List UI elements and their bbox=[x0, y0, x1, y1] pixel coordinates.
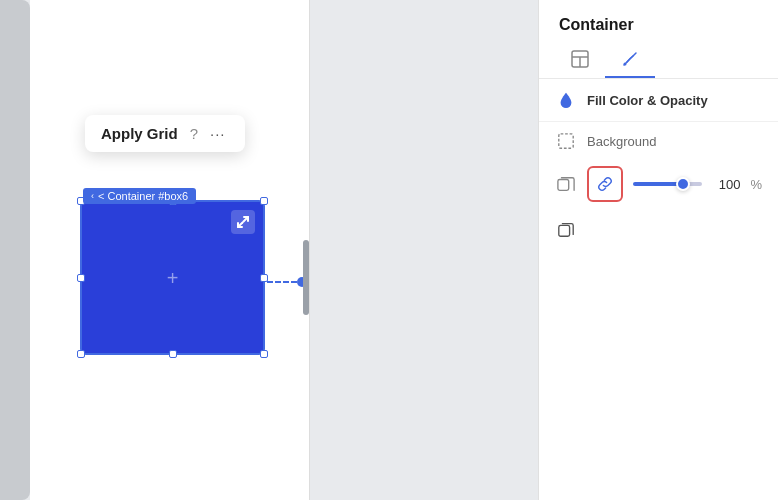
panel-title: Container bbox=[539, 0, 778, 42]
handle-bottom-middle[interactable] bbox=[169, 350, 177, 358]
svg-rect-7 bbox=[558, 180, 569, 191]
color-slider-row: 100 % bbox=[539, 160, 778, 208]
expand-icon bbox=[237, 216, 249, 228]
page-canvas: Apply Grid ? ··· ‹ < Container #box6 + bbox=[30, 0, 310, 500]
background-icon bbox=[555, 130, 577, 152]
copy-icon[interactable] bbox=[555, 218, 577, 240]
more-options-icon[interactable]: ··· bbox=[210, 125, 226, 142]
fill-color-section-row: Fill Color & Opacity bbox=[539, 79, 778, 122]
layers-icon bbox=[557, 175, 575, 193]
chevron-left-icon: ‹ bbox=[91, 191, 94, 201]
fill-color-icon bbox=[555, 89, 577, 111]
link-icon bbox=[597, 176, 613, 192]
container-tag-text: < Container #box6 bbox=[98, 190, 188, 202]
apply-grid-label: Apply Grid bbox=[101, 125, 178, 142]
handle-middle-left[interactable] bbox=[77, 274, 85, 282]
svg-point-5 bbox=[624, 63, 627, 66]
style-tab-icon bbox=[621, 50, 639, 68]
tab-style[interactable] bbox=[605, 42, 655, 78]
color-swatch[interactable] bbox=[587, 166, 623, 202]
expand-button[interactable] bbox=[231, 210, 255, 234]
background-row: Background bbox=[539, 122, 778, 160]
duplicate-icon bbox=[557, 220, 575, 238]
canvas-area: Apply Grid ? ··· ‹ < Container #box6 + bbox=[0, 0, 538, 500]
panel-content: Fill Color & Opacity Background bbox=[539, 79, 778, 500]
percent-sign: % bbox=[750, 177, 762, 192]
connector-line bbox=[267, 277, 307, 287]
color-swatch-inner bbox=[597, 176, 613, 192]
slider-thumb bbox=[676, 177, 690, 191]
blue-container-box[interactable]: + bbox=[80, 200, 265, 355]
dashed-rect-icon bbox=[557, 132, 575, 150]
tab-layout[interactable] bbox=[555, 42, 605, 78]
opacity-slider[interactable] bbox=[633, 182, 702, 186]
layout-tab-icon bbox=[571, 50, 589, 68]
opacity-value: 100 bbox=[712, 177, 740, 192]
handle-bottom-right[interactable] bbox=[260, 350, 268, 358]
copy-layers-icon bbox=[555, 173, 577, 195]
background-label: Background bbox=[587, 134, 656, 149]
apply-grid-tooltip: Apply Grid ? ··· bbox=[85, 115, 245, 152]
handle-top-right[interactable] bbox=[260, 197, 268, 205]
handle-bottom-left[interactable] bbox=[77, 350, 85, 358]
container-label-badge[interactable]: ‹ < Container #box6 bbox=[83, 188, 196, 204]
svg-rect-8 bbox=[559, 225, 570, 236]
fill-color-label: Fill Color & Opacity bbox=[587, 93, 708, 108]
slider-track bbox=[633, 182, 702, 186]
extra-icon-row bbox=[539, 208, 778, 250]
droplet-icon bbox=[557, 91, 575, 109]
dashed-line bbox=[267, 281, 297, 283]
panel-tabs bbox=[539, 42, 778, 79]
add-element-icon: + bbox=[167, 266, 179, 289]
right-panel: Container Fill Color bbox=[538, 0, 778, 500]
svg-rect-6 bbox=[559, 134, 573, 148]
vertical-separator-bar bbox=[303, 240, 309, 315]
phone-frame-hint bbox=[0, 0, 30, 500]
help-icon[interactable]: ? bbox=[190, 125, 198, 142]
